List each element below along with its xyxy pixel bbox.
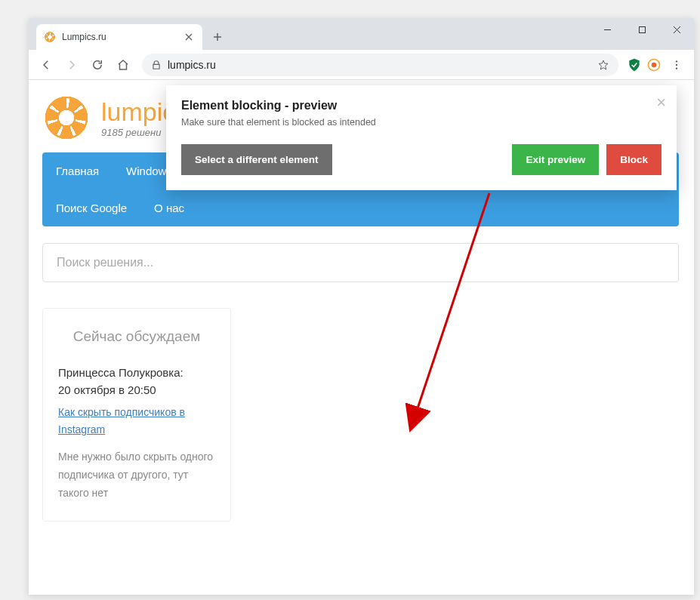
adblock-extension-icon[interactable] — [626, 57, 643, 73]
dialog-subtitle: Make sure that element is blocked as int… — [181, 117, 661, 128]
select-different-element-button[interactable]: Select a different element — [181, 144, 332, 175]
titlebar: Lumpics.ru — [29, 18, 694, 50]
svg-point-5 — [676, 67, 677, 69]
dialog-title: Element blocking - preview — [181, 99, 661, 112]
search-input[interactable] — [57, 256, 665, 269]
lock-icon — [151, 60, 162, 70]
menu-button[interactable] — [665, 54, 688, 76]
comment-date: 20 октября в 20:50 — [58, 383, 215, 396]
element-blocking-dialog: × Element blocking - preview Make sure t… — [166, 85, 677, 190]
favicon-icon — [44, 31, 56, 43]
browser-tab[interactable]: Lumpics.ru — [36, 24, 202, 50]
block-button[interactable]: Block — [606, 144, 661, 175]
viewport: lumpics.ru 9185 решени Главная Window По… — [29, 80, 694, 595]
nav-item-google-search[interactable]: Поиск Google — [42, 189, 140, 226]
comment-author: Принцесса Полукровка: — [58, 366, 215, 379]
address-text: lumpics.ru — [168, 59, 591, 71]
svg-rect-0 — [639, 26, 645, 32]
dialog-close-icon[interactable]: × — [656, 94, 666, 111]
reload-button[interactable] — [86, 54, 109, 76]
forward-button[interactable] — [60, 54, 83, 76]
address-bar[interactable]: lumpics.ru — [142, 54, 618, 76]
minimize-button[interactable] — [590, 18, 624, 41]
discussion-heading: Сейчас обсуждаем — [58, 327, 215, 346]
tab-title: Lumpics.ru — [62, 32, 177, 42]
exit-preview-button[interactable]: Exit preview — [512, 144, 599, 175]
bookmark-star-icon[interactable] — [597, 59, 609, 71]
nav-item-about[interactable]: О нас — [140, 189, 198, 226]
svg-point-3 — [676, 60, 677, 62]
nav-item-home[interactable]: Главная — [42, 152, 113, 189]
close-tab-icon[interactable] — [183, 31, 195, 43]
comment-link[interactable]: Как скрыть подписчиков в Instagram — [58, 404, 215, 440]
browser-toolbar: lumpics.ru — [29, 50, 694, 80]
site-logo-icon[interactable] — [42, 94, 91, 142]
discussion-card: Сейчас обсуждаем Принцесса Полукровка: 2… — [42, 308, 231, 522]
comment-body: Мне нужно было скрыть одного подписчика … — [58, 448, 215, 502]
search-box — [42, 243, 679, 282]
browser-window: Lumpics.ru lumpics.ru — [29, 18, 694, 595]
svg-point-2 — [652, 62, 657, 67]
new-tab-button[interactable] — [207, 26, 228, 48]
close-window-button[interactable] — [659, 18, 694, 41]
maximize-button[interactable] — [624, 18, 659, 41]
svg-point-4 — [676, 63, 677, 65]
dialog-actions: Select a different element Exit preview … — [181, 144, 661, 175]
extension-icon[interactable] — [646, 57, 662, 73]
window-controls — [590, 18, 694, 41]
home-button[interactable] — [112, 54, 134, 76]
back-button[interactable] — [35, 54, 57, 76]
